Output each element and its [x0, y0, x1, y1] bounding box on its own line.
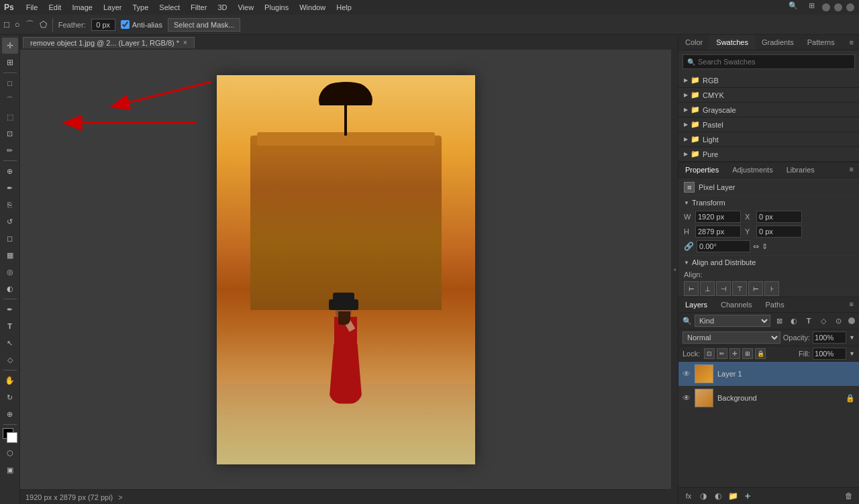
align-center-h-btn[interactable]: ⊥: [700, 281, 715, 296]
hand-tool[interactable]: ✋: [2, 372, 18, 389]
tool-icon-poly[interactable]: ⬠: [40, 19, 47, 30]
rotate-flip-h-icon[interactable]: ⇔: [753, 242, 759, 251]
menu-filter[interactable]: Filter: [185, 2, 212, 13]
rotate-flip-v-icon[interactable]: ⇕: [762, 242, 768, 251]
delete-layer-btn[interactable]: 🗑: [843, 490, 855, 502]
eraser-tool[interactable]: ◻: [2, 230, 18, 246]
lock-aspect-icon[interactable]: 🔗: [684, 242, 694, 251]
select-mask-button[interactable]: Select and Mask...: [168, 18, 241, 32]
heal-tool[interactable]: ⊕: [2, 163, 18, 179]
menu-file[interactable]: File: [21, 2, 44, 13]
fill-dropdown-icon[interactable]: ▼: [849, 350, 855, 357]
foreground-color[interactable]: [3, 428, 17, 443]
search-btn[interactable]: 🔍: [785, 0, 802, 15]
swatch-group-light-header[interactable]: ▶ 📁 Light: [678, 132, 859, 146]
artboard-tool[interactable]: ⊞: [2, 54, 18, 70]
menu-3d[interactable]: 3D: [212, 2, 232, 13]
y-input[interactable]: [756, 225, 802, 238]
tab-channels[interactable]: Channels: [714, 297, 758, 312]
fill-input[interactable]: [813, 348, 846, 360]
create-layer-btn[interactable]: +: [742, 490, 754, 502]
blend-mode-select[interactable]: Normal: [683, 332, 780, 344]
filter-adj-btn[interactable]: ◐: [788, 315, 800, 327]
create-group-btn[interactable]: 📁: [727, 490, 739, 502]
layers-panel-menu[interactable]: ≡: [844, 297, 859, 312]
menu-edit[interactable]: Edit: [43, 2, 66, 13]
lasso-tool[interactable]: ⌒: [2, 92, 18, 108]
swatches-panel-menu[interactable]: ≡: [844, 36, 859, 49]
lock-image-btn[interactable]: ✏: [717, 348, 727, 359]
kind-filter-select[interactable]: Kind: [695, 315, 770, 327]
path-select-tool[interactable]: ↖: [2, 335, 18, 351]
layer-item-layer1[interactable]: 👁 Layer 1: [678, 362, 859, 386]
x-input[interactable]: [756, 211, 802, 223]
opacity-input[interactable]: [813, 332, 846, 344]
antialias-checkbox-label[interactable]: Anti-alias: [121, 20, 162, 29]
background-visibility-icon[interactable]: 👁: [683, 393, 691, 403]
opacity-dropdown-icon[interactable]: ▼: [849, 334, 855, 341]
gradient-tool[interactable]: ▦: [2, 247, 18, 263]
tab-close-button[interactable]: ×: [183, 39, 187, 46]
feather-input[interactable]: [91, 19, 115, 31]
menu-type[interactable]: Type: [128, 2, 154, 13]
align-top-edges-btn[interactable]: ⊤: [732, 281, 747, 296]
menu-layer[interactable]: Layer: [98, 2, 128, 13]
tab-paths[interactable]: Paths: [759, 297, 791, 312]
tab-color[interactable]: Color: [678, 35, 709, 50]
swatch-group-pastel-header[interactable]: ▶ 📁 Pastel: [678, 117, 859, 132]
close-button[interactable]: [846, 3, 854, 11]
align-bottom-edges-btn[interactable]: ⊦: [764, 281, 779, 296]
tab-gradients[interactable]: Gradients: [755, 35, 801, 50]
menu-window[interactable]: Window: [294, 2, 331, 13]
quick-mask-btn[interactable]: ⬡: [2, 445, 18, 461]
blur-tool[interactable]: ◎: [2, 264, 18, 280]
add-mask-btn[interactable]: ◑: [697, 490, 709, 502]
text-tool[interactable]: T: [2, 318, 18, 334]
tab-libraries[interactable]: Libraries: [780, 162, 821, 177]
align-section-header[interactable]: ▼ Align and Distribute: [684, 258, 854, 266]
pen-tool[interactable]: ✒: [2, 301, 18, 317]
tool-icon-rect[interactable]: □: [4, 19, 9, 30]
lock-all-btn[interactable]: 🔒: [755, 348, 766, 359]
tab-properties[interactable]: Properties: [678, 162, 725, 177]
filter-shape-btn[interactable]: ◇: [817, 315, 829, 327]
tab-patterns[interactable]: Patterns: [801, 35, 842, 50]
tab-layers[interactable]: Layers: [678, 297, 714, 312]
tool-icon-lasso[interactable]: ⌒: [26, 19, 34, 31]
rotate-view-tool[interactable]: ↻: [2, 389, 18, 405]
crop-tool[interactable]: ⊡: [2, 125, 18, 142]
layer1-visibility-icon[interactable]: 👁: [683, 369, 691, 379]
marquee-tool[interactable]: □: [2, 75, 18, 91]
eyedropper-tool[interactable]: ✏: [2, 142, 18, 158]
layer-item-background[interactable]: 👁 Background 🔒: [678, 386, 859, 410]
w-input[interactable]: [695, 211, 741, 223]
swatch-group-rgb-header[interactable]: ▶ 📁 RGB: [678, 73, 859, 87]
shape-tool[interactable]: ◇: [2, 352, 18, 368]
swatch-group-pure-header[interactable]: ▶ 📁 Pure: [678, 147, 859, 161]
document-tab[interactable]: remove object 1.jpg @ 2... (Layer 1, RGB…: [23, 37, 195, 48]
swatch-group-grayscale-header[interactable]: ▶ 📁 Grayscale: [678, 103, 859, 117]
maximize-button[interactable]: [834, 3, 842, 11]
filter-pixel-btn[interactable]: ⊠: [773, 315, 785, 327]
antialias-checkbox[interactable]: [121, 20, 130, 29]
menu-plugins[interactable]: Plugins: [259, 2, 294, 13]
rotate-input[interactable]: [697, 240, 750, 252]
tool-icon-ellipse[interactable]: ○: [15, 19, 20, 30]
menu-help[interactable]: Help: [331, 2, 357, 13]
zoom-tool[interactable]: ⊕: [2, 406, 18, 422]
swatches-search-input[interactable]: [698, 58, 850, 66]
panel-collapse-handle[interactable]: ◂: [671, 35, 678, 504]
clone-tool[interactable]: ⎘: [2, 197, 18, 213]
menu-image[interactable]: Image: [66, 2, 98, 13]
brush-tool[interactable]: ✒: [2, 180, 18, 196]
screen-mode-btn[interactable]: ▣: [2, 462, 18, 478]
align-left-edges-btn[interactable]: ⊢: [684, 281, 699, 296]
h-input[interactable]: [695, 225, 741, 238]
filter-type-btn[interactable]: T: [803, 315, 815, 327]
filter-toggle-btn[interactable]: [848, 317, 855, 324]
transform-section-header[interactable]: ▼ Transform: [684, 199, 854, 207]
tab-adjustments[interactable]: Adjustments: [725, 162, 780, 177]
swatch-group-cmyk-header[interactable]: ▶ 📁 CMYK: [678, 88, 859, 102]
lock-artboard-btn[interactable]: ⊞: [742, 348, 753, 359]
minimize-button[interactable]: [822, 3, 830, 11]
